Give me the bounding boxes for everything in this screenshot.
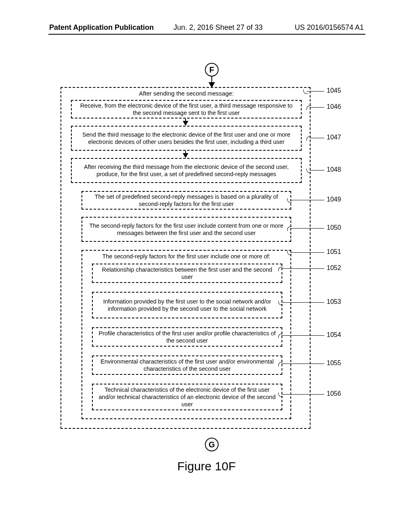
label-1052: 1052 (327, 264, 341, 272)
arrow-46-47 (183, 121, 188, 126)
box-1052: Relationship characteristics between the… (92, 264, 282, 283)
box-1054: Profile characteristics of the first use… (92, 327, 282, 347)
figure-caption: Figure 10F (0, 459, 413, 473)
box-1047: Send the third message to the electronic… (71, 126, 302, 151)
label-1045: 1045 (327, 87, 341, 94)
connector-f: F (205, 63, 219, 77)
header-left: Patent Application Publication (49, 23, 154, 32)
box-1051: The second-reply factors for the first u… (81, 250, 291, 419)
leader-1053 (282, 302, 324, 303)
leader-1047 (310, 138, 324, 138)
box-1050: The second-reply factors for the first u… (81, 217, 291, 242)
box-1048: After receiving the third message from t… (71, 158, 302, 183)
box-1045-outer: After sending the second message: Receiv… (60, 87, 311, 429)
leader-1056 (282, 394, 324, 395)
label-1046: 1046 (327, 103, 341, 110)
label-1056: 1056 (327, 390, 341, 397)
label-1053: 1053 (327, 298, 341, 305)
leader-1050 (290, 228, 324, 229)
box-1055: Environmental characteristics of the fir… (92, 355, 282, 375)
box-1049-text: The set of predefined second-reply messa… (87, 193, 286, 208)
header-mid: Jun. 2, 2016 Sheet 27 of 33 (173, 23, 263, 32)
header-rule (48, 34, 365, 35)
box-1045-title: After sending the second message: (69, 89, 303, 98)
box-1053: Information provided by the first user t… (92, 292, 282, 318)
leader-1051 (290, 252, 324, 253)
connector-g: G (205, 438, 219, 451)
leader-1045 (307, 91, 324, 91)
label-1054: 1054 (327, 331, 341, 339)
leader-1046 (310, 107, 324, 108)
leader-1049 (290, 200, 324, 200)
header-right: US 2016/0156574 A1 (295, 23, 364, 32)
label-1047: 1047 (327, 134, 341, 141)
box-1049: The set of predefined second-reply messa… (81, 191, 291, 210)
leader-1055 (282, 364, 324, 364)
leader-1052 (282, 268, 324, 269)
box-1046: Receive, from the electronic device of t… (71, 100, 302, 118)
box-1050-text: The second-reply factors for the first u… (87, 222, 286, 237)
flowchart: F After sending the second message: Rece… (60, 63, 363, 466)
label-1049: 1049 (327, 196, 341, 203)
label-1055: 1055 (327, 360, 341, 367)
label-1050: 1050 (327, 224, 341, 231)
leader-1048 (310, 170, 324, 170)
label-1051: 1051 (327, 248, 341, 256)
box-1051-title: The second-reply factors for the first u… (82, 252, 290, 260)
label-1048: 1048 (327, 166, 341, 173)
leader-1054 (282, 335, 324, 336)
box-1056: Technical characteristics of the electro… (92, 384, 282, 410)
arrow-47-48 (183, 153, 188, 158)
